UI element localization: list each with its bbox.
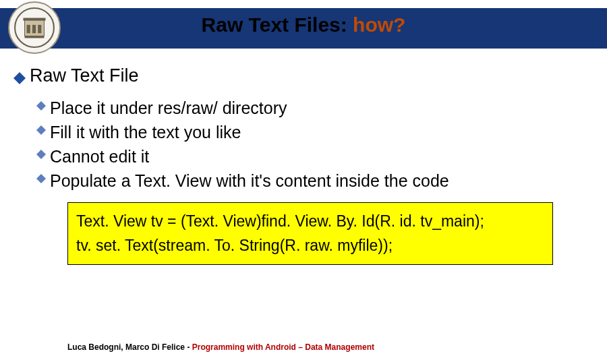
- list-item: Place it under res/raw/ directory: [36, 96, 594, 120]
- footer-separator: -: [185, 342, 192, 352]
- main-heading: Raw Text File: [13, 64, 594, 88]
- content-area: Raw Text File Place it under res/raw/ di…: [13, 64, 594, 265]
- slide-title: Raw Text Files: how?: [0, 13, 607, 36]
- diamond-bullet-icon: [36, 121, 46, 130]
- diamond-bullet-icon: [13, 66, 26, 78]
- title-accent: how?: [353, 13, 405, 36]
- diamond-bullet-icon: [36, 96, 46, 106]
- list-item-text: Populate a Text. View with it's content …: [50, 169, 449, 193]
- bullet-list: Place it under res/raw/ directory Fill i…: [36, 96, 594, 193]
- code-line: tv. set. Text(stream. To. String(R. raw.…: [76, 234, 544, 258]
- code-line: Text. View tv = (Text. View)find. View. …: [76, 210, 544, 234]
- list-item: Fill it with the text you like: [36, 120, 594, 144]
- list-item: Cannot edit it: [36, 144, 594, 169]
- list-item-text: Fill it with the text you like: [50, 120, 241, 144]
- diamond-bullet-icon: [36, 145, 46, 154]
- code-snippet-box: Text. View tv = (Text. View)find. View. …: [67, 202, 553, 265]
- heading-text: Raw Text File: [30, 64, 139, 88]
- title-prefix: Raw Text Files:: [202, 13, 353, 36]
- diamond-bullet-icon: [36, 169, 46, 179]
- footer: Luca Bedogni, Marco Di Felice - Programm…: [67, 342, 374, 352]
- list-item: Populate a Text. View with it's content …: [36, 169, 594, 193]
- list-item-text: Place it under res/raw/ directory: [50, 96, 287, 120]
- footer-authors: Luca Bedogni, Marco Di Felice: [67, 342, 185, 352]
- slide: Raw Text Files: how? Raw Text File Place…: [0, 0, 607, 364]
- list-item-text: Cannot edit it: [50, 144, 149, 169]
- footer-subtitle: Programming with Android – Data Manageme…: [192, 342, 374, 352]
